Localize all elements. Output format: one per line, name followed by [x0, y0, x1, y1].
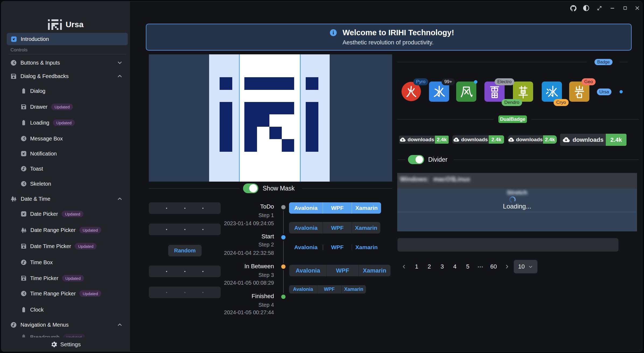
divider-line	[397, 62, 587, 62]
welcome-banner: Welcome to IRIHI Technology! Aesthetic r…	[146, 24, 632, 51]
app-window: Ursa Introduction Controls Buttons & Inp…	[1, 1, 642, 352]
wpf-button[interactable]: WPF	[326, 265, 358, 276]
wpf-button[interactable]: WPF	[317, 285, 341, 294]
theme-toggle-button[interactable]	[582, 4, 590, 12]
avalonia-button[interactable]: Avalonia	[289, 222, 323, 234]
sidebar-item-drawer[interactable]: Drawer Updated	[1, 101, 130, 113]
date-picker-input-disabled	[149, 287, 221, 298]
platform-group-solid: Avalonia WPF Xamarin	[289, 202, 381, 214]
xamarin-button[interactable]: Xamarin	[352, 242, 381, 252]
sidebar-item-date-picker[interactable]: Date Picker Updated	[1, 208, 130, 220]
sidebar-item-introduction[interactable]: Introduction	[7, 33, 128, 45]
github-button[interactable]	[569, 4, 578, 12]
timeline-dot-inbetween	[281, 264, 286, 269]
pagination-page-4[interactable]: 4	[449, 261, 460, 272]
cloud-download-icon	[508, 137, 514, 143]
sidebar-group-navigation-menus[interactable]: Navigation & Menus	[1, 319, 130, 331]
show-mask-toggle[interactable]	[243, 183, 258, 193]
sidebar-group-date-time[interactable]: Date & Time	[1, 193, 130, 205]
sidebar-item-toast[interactable]: Toast	[1, 163, 130, 175]
timeline-time: 2024-01-04 22:32:58	[224, 250, 274, 256]
sidebar-item-skeleton[interactable]: Skeleton	[1, 178, 130, 190]
cloud-download-icon	[400, 137, 406, 143]
wpf-button[interactable]: WPF	[323, 202, 352, 214]
avalonia-button[interactable]: Avalonia	[289, 265, 326, 276]
sidebar-item-time-range-picker[interactable]: Time Range Picker Updated	[1, 287, 130, 300]
divider-toggle[interactable]	[408, 155, 424, 164]
badge-dendro: Dendro	[502, 99, 522, 106]
timeline-dot-todo	[281, 205, 286, 209]
wpf-button[interactable]: WPF	[323, 242, 352, 252]
timeline-status: Start	[262, 233, 274, 240]
text-input[interactable]	[397, 238, 618, 252]
divider-line	[149, 188, 240, 189]
pagination-ellipsis[interactable]: •••	[475, 261, 486, 272]
updated-badge: Updated	[79, 290, 101, 297]
cloud-download-icon	[453, 137, 459, 143]
minimize-button[interactable]	[608, 4, 617, 12]
avalonia-button[interactable]: Avalonia	[289, 285, 317, 294]
sidebar-item-dialog[interactable]: Dialog	[1, 85, 130, 97]
badge-standalone-dot	[620, 90, 623, 93]
avalonia-button[interactable]: Avalonia	[289, 242, 323, 252]
xamarin-button[interactable]: Xamarin	[358, 265, 390, 276]
trees-icon	[20, 227, 27, 234]
sidebar-group-buttons-inputs[interactable]: Buttons & Inputs	[1, 57, 130, 69]
battery-icon	[20, 306, 27, 313]
pagination-page-3[interactable]: 3	[437, 261, 448, 272]
chevron-up-icon[interactable]	[117, 196, 123, 202]
sidebar-item-clock[interactable]: Clock	[1, 303, 130, 316]
badge-99plus: 99+	[442, 78, 455, 85]
date-picker-input[interactable]	[149, 202, 221, 214]
clock-icon	[20, 135, 27, 142]
timeline-time: 2024-01-05 00:08:29	[224, 280, 274, 286]
fullscreen-button[interactable]	[595, 4, 604, 12]
pagination-page-5[interactable]: 5	[462, 261, 473, 272]
page-size-select[interactable]: 10	[514, 260, 537, 273]
grass-glyph-icon	[516, 85, 530, 99]
timeline-time: 2024-01-05 00:27:44	[224, 309, 274, 316]
pagination-page-1[interactable]: 1	[411, 261, 422, 272]
date-picker-input[interactable]	[149, 224, 221, 235]
downloads-badge-large: downloads 2.4k	[560, 134, 627, 146]
sidebar-item-notification[interactable]: Notification	[1, 147, 130, 160]
timeline-step: Step 4	[258, 302, 274, 308]
avalonia-button[interactable]: Avalonia	[289, 202, 323, 214]
downloads-badge: downloads 2.4k	[452, 135, 504, 144]
tab-windows[interactable]: Windows	[400, 176, 427, 183]
timeline-line	[283, 207, 284, 297]
sidebar-item-loading[interactable]: Loading Updated	[1, 117, 130, 129]
sidebar-group-dialog-feedbacks[interactable]: Dialog & Feedbacks	[1, 70, 130, 82]
pagination-next[interactable]	[502, 261, 512, 272]
xamarin-button[interactable]: Xamarin	[352, 202, 381, 214]
clock-icon	[10, 59, 17, 66]
xamarin-button[interactable]: Xamarin	[341, 285, 366, 294]
sidebar-item-time-picker[interactable]: Time Picker Updated	[1, 272, 130, 284]
pagination-prev[interactable]	[399, 261, 409, 272]
wpf-button[interactable]: WPF	[323, 222, 352, 234]
maximize-button[interactable]	[621, 4, 629, 12]
pagination-page-2[interactable]: 2	[424, 261, 435, 272]
sidebar-item-date-range-picker[interactable]: Date Range Picker Updated	[1, 224, 130, 236]
pagination-page-60[interactable]: 60	[488, 261, 499, 272]
tab-linux[interactable]: Linux	[454, 176, 470, 183]
xamarin-button[interactable]: Xamarin	[352, 222, 380, 234]
divider-line	[397, 119, 494, 119]
badge-pyro: Pyro	[413, 78, 428, 85]
tab-macos[interactable]: macOS	[433, 176, 455, 183]
chevron-down-icon[interactable]	[117, 60, 123, 66]
close-button[interactable]	[633, 4, 642, 12]
sidebar-item-time-box[interactable]: Time Box	[1, 256, 130, 269]
floppy-icon	[10, 73, 17, 80]
sidebar-item-date-time-picker[interactable]: Date Time Picker Updated	[1, 240, 130, 252]
sidebar-settings-button[interactable]: Settings	[1, 337, 130, 351]
cloud-download-icon	[562, 136, 570, 143]
chevron-up-icon[interactable]	[117, 73, 123, 79]
date-picker-input[interactable]	[149, 266, 221, 277]
badge-avatar-bing	[542, 82, 562, 102]
sidebar-item-message-box[interactable]: Message Box	[1, 132, 130, 145]
divider-toggle-label: Divider	[428, 156, 448, 163]
badge-avatar-feng	[456, 82, 476, 102]
chevron-up-icon[interactable]	[117, 322, 123, 328]
random-button[interactable]: Random	[168, 245, 202, 256]
